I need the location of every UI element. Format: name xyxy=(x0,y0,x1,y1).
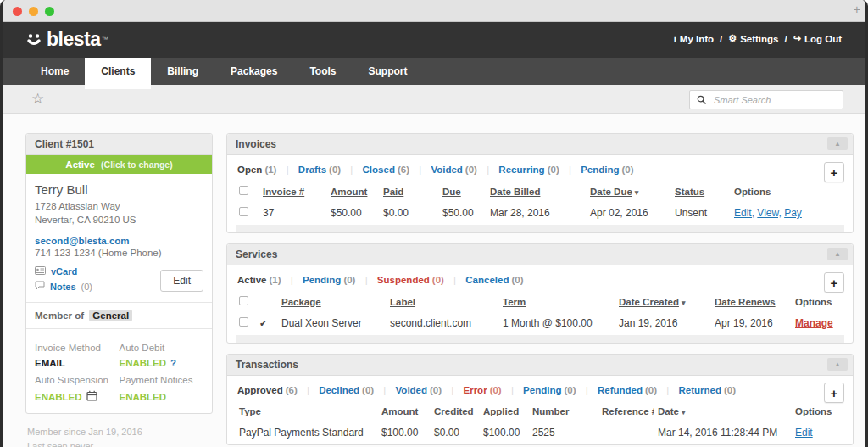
invoices-tab-closed[interactable]: Closed(6) xyxy=(363,165,409,175)
add-service-button[interactable]: + xyxy=(824,272,844,293)
col-date-renews[interactable]: Date Renews xyxy=(715,297,776,307)
sort-desc-icon: ▾ xyxy=(682,299,686,307)
transactions-tab-voided[interactable]: Voided(0) xyxy=(396,385,442,395)
transactions-tab-pending[interactable]: Pending(0) xyxy=(523,385,576,395)
calendar-icon[interactable] xyxy=(86,390,97,403)
collapse-panel-icon[interactable]: ▴ xyxy=(827,137,848,150)
transaction-applied: $100.00 xyxy=(480,421,529,444)
col-package[interactable]: Package xyxy=(281,297,321,307)
blesta-logo[interactable]: blesta ™ xyxy=(26,28,108,51)
minimize-window-button[interactable] xyxy=(29,7,38,16)
nav-tab-billing[interactable]: Billing xyxy=(151,58,214,85)
nav-tab-home[interactable]: Home xyxy=(25,58,85,85)
transaction-edit-link[interactable]: Edit xyxy=(795,427,813,439)
transaction-number: 2525 xyxy=(529,421,598,444)
invoices-tab-open[interactable]: Open(1) xyxy=(237,165,276,175)
tab-count: (0) xyxy=(465,165,477,175)
zoom-window-button[interactable] xyxy=(45,7,54,16)
row-checkbox[interactable] xyxy=(239,317,248,327)
auto-debit-help-icon[interactable]: ? xyxy=(170,358,176,368)
notes-bubble-icon xyxy=(35,281,45,292)
col-applied[interactable]: Applied xyxy=(483,406,519,416)
invoices-tab-pending[interactable]: Pending(0) xyxy=(581,165,633,175)
transactions-tab-returned[interactable]: Returned(0) xyxy=(678,385,736,395)
search-input[interactable] xyxy=(712,94,836,106)
col-status[interactable]: Status xyxy=(675,187,704,197)
log-out-link[interactable]: ↪ Log Out xyxy=(793,33,842,44)
service-date-renews: Apr 19, 2016 xyxy=(711,311,792,335)
nav-tab-support[interactable]: Support xyxy=(353,58,424,85)
new-tab-icon[interactable]: + xyxy=(854,3,860,16)
client-status-banner[interactable]: Active (Click to change) xyxy=(26,155,212,174)
services-tab-canceled[interactable]: Canceled(0) xyxy=(465,275,523,285)
col-date-billed[interactable]: Date Billed xyxy=(490,187,540,197)
select-all-checkbox[interactable] xyxy=(239,296,248,305)
col-label[interactable]: Label xyxy=(390,297,415,307)
info-icon: i xyxy=(674,34,676,44)
services-tab-suspended[interactable]: Suspended(0) xyxy=(377,275,444,285)
transactions-tab-error[interactable]: Error(0) xyxy=(464,385,502,395)
col-date[interactable]: Date xyxy=(658,406,679,416)
add-invoice-button[interactable]: + xyxy=(824,162,844,182)
col-number[interactable]: Number xyxy=(532,406,569,416)
services-panel: Services ▴ + Active(1) | Pending(0) | Su… xyxy=(226,243,854,344)
col-invoice-number[interactable]: Invoice # xyxy=(263,187,304,197)
col-amount[interactable]: Amount xyxy=(331,187,367,197)
col-date-due[interactable]: Date Due xyxy=(590,187,632,197)
edit-client-button[interactable]: Edit xyxy=(160,270,203,292)
invoice-pay-link[interactable]: Pay xyxy=(784,207,802,219)
row-checkbox[interactable] xyxy=(239,207,248,216)
tab-label: Returned xyxy=(678,385,721,395)
invoices-tab-voided[interactable]: Voided(0) xyxy=(431,165,477,175)
col-date-created[interactable]: Date Created xyxy=(619,297,679,307)
services-panel-body: Active(1) | Pending(0) | Suspended(0) | … xyxy=(227,265,853,343)
services-tab-active[interactable]: Active(1) xyxy=(237,275,281,285)
client-email-link[interactable]: second@blesta.com xyxy=(35,236,203,246)
transaction-date: Mar 14, 2016 11:28:44 PM xyxy=(654,421,792,444)
col-due[interactable]: Due xyxy=(442,187,461,197)
search-icon xyxy=(697,92,706,108)
transactions-tab-declined[interactable]: Declined(0) xyxy=(319,385,374,395)
add-transaction-button[interactable]: + xyxy=(824,383,844,403)
client-phone: 714-123-1234 (Home Phone) xyxy=(35,248,203,258)
invoices-tab-drafts[interactable]: Drafts(0) xyxy=(298,165,341,175)
collapse-panel-icon[interactable]: ▴ xyxy=(827,248,848,260)
invoice-edit-link[interactable]: Edit, xyxy=(734,207,754,219)
client-settings-grid: Invoice Method Auto Debit EMAIL ENABLED … xyxy=(26,328,212,413)
tab-count: (0) xyxy=(548,165,559,175)
my-info-link[interactable]: i My Info xyxy=(674,34,714,44)
services-status-tabs: Active(1) | Pending(0) | Suspended(0) | … xyxy=(236,265,844,291)
services-tab-pending[interactable]: Pending(0) xyxy=(303,275,355,285)
nav-tab-tools[interactable]: Tools xyxy=(293,58,352,85)
primary-nav: Home Clients Billing Packages Tools Supp… xyxy=(3,58,865,85)
invoice-row: 37 $50.00 $0.00 $50.00 Mar 28, 2016 Apr … xyxy=(236,201,844,225)
smart-search-box xyxy=(689,90,843,109)
settings-link[interactable]: ⚙ Settings xyxy=(728,33,778,44)
col-amount[interactable]: Amount xyxy=(381,406,418,416)
tab-label: Error xyxy=(464,385,487,395)
tab-count: (0) xyxy=(622,165,634,175)
transactions-tab-approved[interactable]: Approved(6) xyxy=(237,385,298,395)
col-type[interactable]: Type xyxy=(239,406,261,416)
status-hint: (Click to change) xyxy=(101,159,173,170)
nav-tab-packages[interactable]: Packages xyxy=(214,58,293,85)
col-paid[interactable]: Paid xyxy=(383,187,403,197)
tab-separator: | xyxy=(666,385,669,395)
transaction-type: PayPal Payments Standard xyxy=(236,421,378,444)
select-all-checkbox[interactable] xyxy=(239,186,248,195)
col-reference[interactable]: Reference # xyxy=(602,406,654,416)
tab-separator: | xyxy=(287,165,289,175)
collapse-panel-icon[interactable]: ▴ xyxy=(827,358,848,371)
status-label: Active xyxy=(65,159,95,170)
client-name: Terry Bull xyxy=(35,182,203,197)
invoices-tab-recurring[interactable]: Recurring(0) xyxy=(498,165,559,175)
nav-tab-clients[interactable]: Clients xyxy=(85,58,151,89)
service-manage-link[interactable]: Manage xyxy=(795,317,833,329)
invoice-view-link[interactable]: View, xyxy=(757,207,781,219)
transactions-tab-refunded[interactable]: Refunded(0) xyxy=(598,385,657,395)
invoice-paid: $0.00 xyxy=(380,201,439,225)
col-term[interactable]: Term xyxy=(503,297,526,307)
client-card-header: Client #1501 xyxy=(26,134,212,155)
favorite-star-icon[interactable]: ☆ xyxy=(31,90,44,108)
close-window-button[interactable] xyxy=(13,7,22,16)
